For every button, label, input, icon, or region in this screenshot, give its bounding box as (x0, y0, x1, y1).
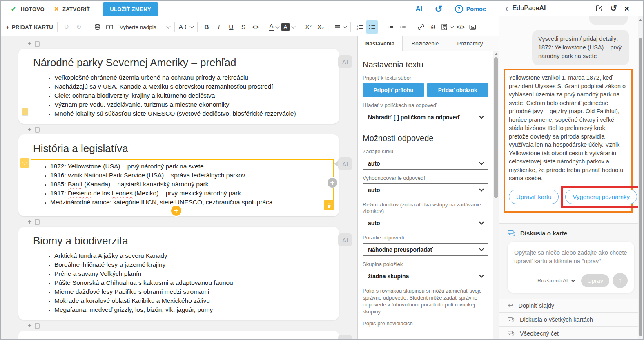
add-card-row[interactable]: + (28, 40, 357, 48)
add-card-button[interactable]: + PRIDAŤ KARTU (5, 20, 54, 34)
back-chevron-icon[interactable]: ‹ (505, 4, 508, 12)
template-snippet-button[interactable] (439, 20, 455, 34)
scrollbar-thumb[interactable] (639, 38, 642, 336)
image-icon[interactable] (467, 20, 479, 34)
bullet-list-button[interactable] (366, 20, 378, 34)
field-select[interactable]: auto (363, 183, 488, 196)
save-changes-button[interactable]: ULOŽIŤ ZMENY (103, 2, 158, 16)
text-field-icon[interactable] (103, 20, 116, 34)
uprav-button[interactable]: Uprav (581, 274, 609, 287)
attach-file-button[interactable]: Pripojiť prílohu (363, 83, 424, 97)
move-handle-icon[interactable] (20, 158, 29, 168)
bullet-item: Prérie a savany Veľkých planín (54, 269, 324, 278)
add-card-row[interactable]: + (28, 125, 357, 134)
answer-options-title: Možnosti odpovede (363, 134, 488, 143)
chevron-down-icon (275, 24, 279, 28)
align-button[interactable] (333, 20, 348, 34)
ai-button[interactable]: AI (415, 5, 422, 13)
history-icon[interactable]: ↺ (435, 4, 442, 14)
svg-text:1: 1 (357, 24, 358, 27)
field-label: Skupina položiek (363, 261, 488, 268)
card[interactable]: Biomy a biodiverzitaAIArktická tundra Al… (18, 227, 339, 320)
field-select[interactable]: Náhodne preusporiadať (363, 243, 488, 256)
edit-card-button[interactable]: Upraviť kartu (509, 190, 559, 204)
text-color-button[interactable]: A (268, 20, 280, 34)
blockquote-button[interactable]: “ (427, 23, 439, 36)
svg-text:2: 2 (357, 27, 358, 30)
bold-button[interactable]: B (201, 20, 213, 34)
field-select[interactable]: žiadna skupina (363, 270, 488, 282)
close-label: ZATVORIŤ (62, 6, 90, 12)
blind-description-label: Popis pre nevidiacich (363, 320, 488, 327)
previous-message-bubble (589, 16, 628, 25)
chevron-down-icon (479, 114, 484, 119)
bullet-item: Ciele: ochrana biodiverzity, krajiny a k… (54, 91, 324, 100)
highlight-color-button[interactable]: A (280, 20, 296, 34)
ai-panel-scrollbar[interactable] (638, 16, 643, 339)
redo-button[interactable]: ↻ (73, 20, 85, 34)
outdent-button[interactable] (384, 20, 397, 34)
card[interactable]: História a legislatívaAI1872: Yellowston… (18, 134, 339, 216)
blind-description-input[interactable] (363, 329, 488, 340)
card-ai-button[interactable]: AI (338, 233, 352, 246)
add-image-button[interactable]: Pridať obrázok (427, 83, 488, 97)
note-icon[interactable] (22, 108, 28, 115)
bullet-item: 1916: vznik National Park Service (USA) … (50, 171, 333, 180)
add-card-row[interactable]: + (28, 218, 357, 226)
card[interactable]: Národné parky Severnej Ameriky – prehľad… (18, 49, 339, 124)
trash-icon[interactable] (324, 200, 334, 210)
reply-icon: ↩ (508, 302, 513, 309)
answer-search-select[interactable]: Nahradiť [ ] políčkom na odpoveď (363, 111, 488, 123)
inline-code-button[interactable]: <> (250, 20, 262, 34)
chat-history-icon[interactable]: ↺ (610, 4, 617, 12)
scroll-up-icon[interactable] (495, 53, 498, 55)
ai-panel-title: EduPageAI (513, 4, 546, 12)
menu-item[interactable]: Diskusia o všetkých kartách (499, 312, 638, 326)
strikethrough-button[interactable]: S (237, 20, 250, 34)
answer-search-label: Hľadať v políčkach na odpoveď (363, 102, 488, 109)
help-button[interactable]: ? Pomoc (455, 5, 486, 13)
scrollbar-thumb[interactable] (494, 57, 498, 198)
card-ai-button[interactable]: AI (338, 335, 352, 340)
heading-style-select[interactable]: Vyberte nadpis (116, 24, 172, 30)
add-card-shape-icon (35, 323, 40, 329)
superscript-button[interactable]: X² (302, 20, 314, 34)
italic-button[interactable]: I (213, 20, 225, 34)
close-panel-icon[interactable]: × (624, 4, 629, 13)
card-ai-button[interactable]: AI (338, 55, 352, 68)
underline-button[interactable]: U (225, 20, 237, 34)
card[interactable]: AI (18, 331, 339, 340)
chevron-down-icon[interactable] (571, 278, 575, 282)
font-size-button[interactable]: A (178, 20, 194, 34)
tab-nastavenia[interactable]: Nastavenia (358, 36, 403, 51)
indent-button[interactable] (397, 20, 409, 34)
tab-rozlozenie[interactable]: Rozloženie (403, 36, 448, 51)
field-select[interactable]: auto (363, 157, 488, 170)
add-element-button[interactable]: + (327, 177, 338, 188)
tab-poznamky[interactable]: Poznámky (448, 36, 492, 51)
user-message-bubble: Vysvetli prosím / pridaj detaily: 1872: … (532, 30, 629, 65)
link-icon[interactable] (415, 20, 427, 34)
code-view-button[interactable]: </> (455, 20, 467, 34)
generate-notes-button[interactable]: Vygeneruj poznámky (565, 190, 637, 204)
chat-input-card[interactable]: Opýtajte sa niečo alebo zadajte ako chce… (508, 242, 634, 293)
field-select[interactable]: auto (363, 217, 488, 229)
undo-button[interactable]: ↺ (60, 20, 73, 34)
done-button[interactable]: ✓ HOTOVO (6, 4, 49, 13)
settings-tabs: Nastavenia Rozloženie Poznámky (358, 36, 499, 51)
card-ai-button[interactable]: AI (338, 157, 352, 170)
close-button[interactable]: × ZATVORIŤ (49, 5, 95, 13)
layers-icon[interactable] (91, 20, 103, 34)
model-select-label[interactable]: Rozšírená AI (537, 277, 568, 284)
send-arrow-button[interactable]: ↑ (613, 273, 628, 288)
selected-text-block[interactable]: 1872: Yellowstone (USA) – prvý národný p… (31, 159, 334, 210)
scroll-up-icon[interactable] (639, 19, 642, 21)
subscript-button[interactable]: X₂ (314, 20, 327, 34)
settings-scrollbar[interactable] (493, 51, 499, 340)
menu-item[interactable]: ↩Doplniť slajdy (499, 299, 638, 312)
compose-icon[interactable] (595, 4, 603, 12)
menu-item[interactable]: Všeobecný čet (499, 326, 638, 340)
add-below-button[interactable]: + (170, 205, 182, 217)
numbered-list-button[interactable]: 12 (354, 20, 366, 34)
add-card-row[interactable]: + (28, 322, 357, 330)
